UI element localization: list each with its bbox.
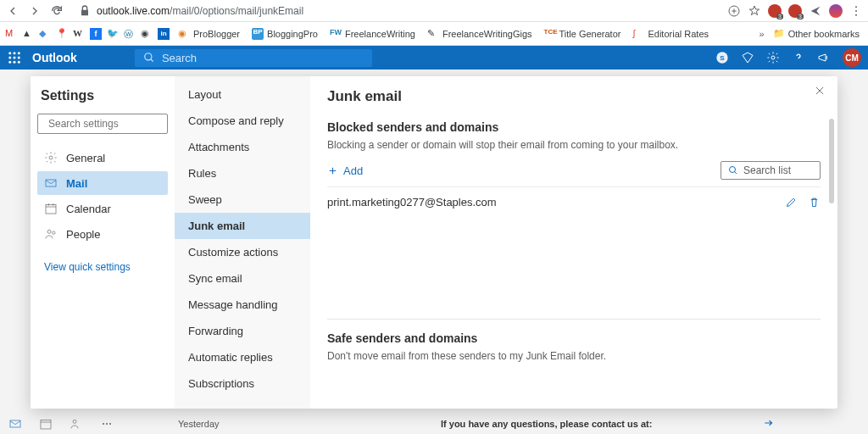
svg-point-1 <box>855 6 857 8</box>
search-blocked-list[interactable]: Search list <box>721 161 821 180</box>
svg-rect-20 <box>10 420 20 427</box>
nav-people[interactable]: People <box>37 222 168 246</box>
settings-search-box[interactable] <box>37 114 168 134</box>
sub-forwarding[interactable]: Forwarding <box>175 318 310 344</box>
sub-compose[interactable]: Compose and reply <box>175 108 310 134</box>
mail-icon <box>44 176 58 190</box>
date-group-label: Yesterday <box>178 419 220 429</box>
nav-calendar[interactable]: Calendar <box>37 197 168 220</box>
megaphone-icon[interactable] <box>817 51 831 64</box>
svg-point-5 <box>14 52 16 54</box>
bookmark-freelancewriting[interactable]: FWFreelanceWriting <box>326 26 419 42</box>
sub-subscriptions[interactable]: Subscriptions <box>175 370 310 397</box>
svg-point-13 <box>145 53 152 60</box>
add-blocked-button[interactable]: Add <box>327 164 363 177</box>
edit-entry-icon[interactable] <box>785 196 798 209</box>
bookmark-wikipedia-icon[interactable]: W <box>73 28 85 40</box>
sub-layout[interactable]: Layout <box>175 81 310 108</box>
address-bar[interactable]: outlook.live.com/mail/0/options/mail/jun… <box>71 3 721 19</box>
other-bookmarks[interactable]: 📁Other bookmarks <box>770 26 863 42</box>
settings-search-input[interactable] <box>48 118 175 130</box>
search-list-label: Search list <box>743 164 791 176</box>
menu-icon[interactable] <box>849 4 863 18</box>
bookmark-facebook-icon[interactable]: f <box>90 28 102 40</box>
extension-icon-2[interactable]: 3 <box>788 4 802 18</box>
star-icon[interactable] <box>748 4 761 18</box>
svg-point-12 <box>18 61 20 64</box>
bookmark-editorialrates[interactable]: ∫Editorial Rates <box>629 26 712 42</box>
calendar-module-icon[interactable] <box>39 417 53 431</box>
bookmark-instagram-icon[interactable]: ◉ <box>141 28 153 40</box>
bookmark-overflow-icon[interactable]: » <box>760 29 765 39</box>
sub-junk-email[interactable]: Junk email <box>175 213 310 239</box>
svg-point-23 <box>103 423 104 425</box>
user-avatar[interactable]: CM <box>843 48 861 67</box>
svg-point-24 <box>106 423 108 425</box>
bookmark-problogger[interactable]: ◉ProBlogger <box>175 26 243 42</box>
bookmark-twitter-icon[interactable]: 🐦 <box>107 28 119 40</box>
settings-gear-icon[interactable] <box>766 51 780 64</box>
svg-point-7 <box>8 57 11 59</box>
plus-icon <box>327 165 338 176</box>
close-button[interactable] <box>814 85 826 100</box>
url-host: outlook.live.com <box>97 5 170 17</box>
bookmark-wordpress-icon[interactable]: ⓦ <box>124 28 136 40</box>
sub-sweep[interactable]: Sweep <box>175 186 310 213</box>
svg-point-22 <box>73 420 76 423</box>
search-icon <box>728 165 738 175</box>
app-launcher-icon[interactable] <box>7 50 22 65</box>
svg-point-10 <box>8 61 11 64</box>
mail-module-icon[interactable] <box>8 417 22 431</box>
more-modules-icon[interactable] <box>100 417 114 431</box>
people-module-icon[interactable] <box>70 417 83 431</box>
gear-icon <box>44 151 58 164</box>
settings-modal: Settings General Mail Calendar People Vi… <box>31 76 837 409</box>
back-button[interactable] <box>5 3 20 19</box>
panel-title: Junk email <box>327 88 821 105</box>
preview-snippet: If you have any questions, please contac… <box>441 419 652 429</box>
sub-automatic-replies[interactable]: Automatic replies <box>175 344 310 370</box>
close-icon <box>814 85 826 97</box>
svg-point-11 <box>14 61 16 64</box>
bookmark-drive-icon[interactable]: ▲ <box>22 28 34 40</box>
sub-attachments[interactable]: Attachments <box>175 134 310 160</box>
calendar-icon <box>44 202 58 215</box>
sub-message-handling[interactable]: Message handling <box>175 292 310 318</box>
svg-rect-21 <box>41 420 51 429</box>
blocked-sender-email: print.marketing0277@Staples.com <box>327 196 497 209</box>
reload-button[interactable] <box>49 3 64 19</box>
bookmark-maps-icon[interactable]: 📍 <box>56 28 68 40</box>
svg-point-25 <box>109 423 111 425</box>
svg-point-31 <box>53 231 55 234</box>
share-icon[interactable] <box>809 4 822 18</box>
view-quick-settings-link[interactable]: View quick settings <box>37 254 168 280</box>
forward-button[interactable] <box>27 3 42 19</box>
browser-toolbar: outlook.live.com/mail/0/options/mail/jun… <box>0 0 868 22</box>
help-icon[interactable] <box>792 51 805 64</box>
sub-rules[interactable]: Rules <box>175 160 310 186</box>
lock-icon <box>78 4 92 18</box>
sub-customize[interactable]: Customize actions <box>175 239 310 265</box>
skype-icon[interactable]: S <box>715 51 729 64</box>
extension-icon-1[interactable]: 3 <box>768 4 782 18</box>
sub-sync[interactable]: Sync email <box>175 265 310 292</box>
svg-rect-28 <box>46 180 56 186</box>
profile-avatar-icon[interactable] <box>829 4 843 18</box>
nav-general[interactable]: General <box>37 146 168 170</box>
nav-people-label: People <box>66 228 100 241</box>
search-bar[interactable]: Search <box>135 49 372 67</box>
delete-entry-icon[interactable] <box>808 196 821 209</box>
bookmark-freelancewritinggigs[interactable]: ✎FreelanceWritingGigs <box>424 26 536 42</box>
install-icon[interactable] <box>727 4 741 18</box>
diamond-icon[interactable] <box>741 51 754 64</box>
bookmark-bloggingpro[interactable]: BPBloggingPro <box>248 26 321 42</box>
bookmarks-bar: M ▲ ◆ 📍 W f 🐦 ⓦ ◉ in ◉ProBlogger BPBlogg… <box>0 22 868 46</box>
nav-mail[interactable]: Mail <box>37 171 168 195</box>
bookmark-linkedin-icon[interactable]: in <box>158 28 170 40</box>
bookmark-titlegenerator[interactable]: TCETitle Generator <box>541 26 625 42</box>
scrollbar[interactable] <box>829 119 834 203</box>
search-placeholder: Search <box>162 52 197 64</box>
bookmark-gmail-icon[interactable]: M <box>5 28 17 40</box>
blocked-section-desc: Blocking a sender or domain will stop th… <box>327 139 821 151</box>
bookmark-devto-icon[interactable]: ◆ <box>39 28 51 40</box>
